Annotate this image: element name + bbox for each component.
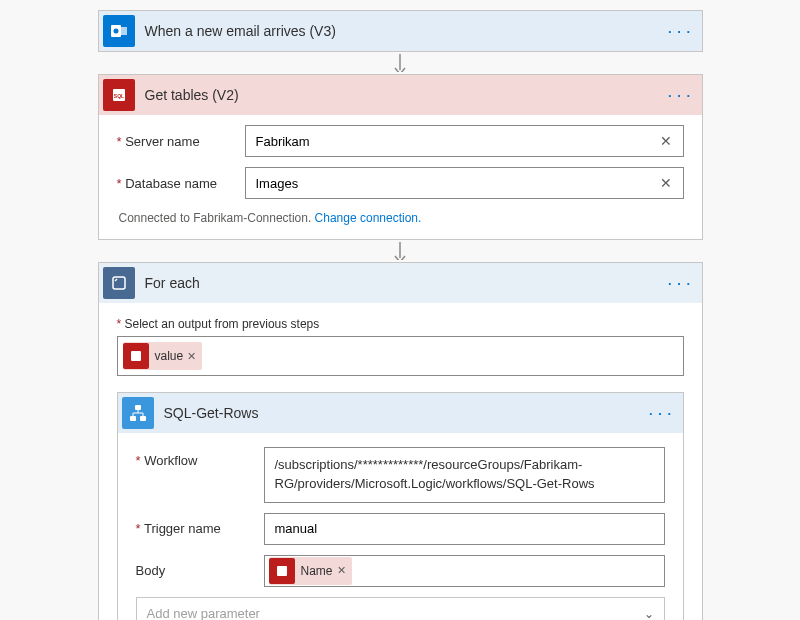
- change-connection-link[interactable]: Change connection.: [315, 211, 422, 225]
- svg-rect-10: [130, 416, 136, 421]
- clear-icon[interactable]: ✕: [655, 172, 677, 194]
- get-tables-title: Get tables (V2): [145, 87, 666, 103]
- get-tables-body: * Server name ✕ * Database name ✕ Connec…: [99, 115, 702, 239]
- body-label: Body: [136, 563, 264, 578]
- sql-get-rows-body: * Workflow /subscriptions/*************/…: [118, 433, 683, 620]
- trigger-name-label: * Trigger name: [136, 521, 264, 536]
- sql-icon: [123, 343, 149, 369]
- foreach-header[interactable]: For each · · ·: [99, 263, 702, 303]
- add-parameter-select[interactable]: Add new parameter ⌄: [136, 597, 665, 620]
- trigger-title: When a new email arrives (V3): [145, 23, 666, 39]
- body-field[interactable]: Name ✕: [264, 555, 665, 587]
- select-output-field[interactable]: value ✕: [117, 336, 684, 376]
- server-name-input[interactable]: [256, 134, 655, 149]
- more-button[interactable]: · · ·: [666, 81, 694, 109]
- outlook-icon: [103, 15, 135, 47]
- trigger-name-input[interactable]: [275, 521, 658, 536]
- get-tables-step: SQL Get tables (V2) · · · * Server name …: [98, 74, 703, 240]
- trigger-step: When a new email arrives (V3) · · ·: [98, 10, 703, 52]
- svg-text:SQL: SQL: [113, 93, 123, 99]
- loop-icon: [103, 267, 135, 299]
- database-name-input-wrap: ✕: [245, 167, 684, 199]
- connection-note: Connected to Fabrikam-Connection. Change…: [117, 209, 684, 227]
- svg-rect-9: [135, 405, 141, 410]
- chevron-down-icon: ⌄: [644, 607, 654, 620]
- server-name-label: * Server name: [117, 134, 245, 149]
- sql-icon: [269, 558, 295, 584]
- sql-icon: SQL: [103, 79, 135, 111]
- clear-icon[interactable]: ✕: [655, 130, 677, 152]
- database-name-label: * Database name: [117, 176, 245, 191]
- get-tables-header[interactable]: SQL Get tables (V2) · · ·: [99, 75, 702, 115]
- more-button[interactable]: · · ·: [647, 399, 675, 427]
- sql-get-rows-title: SQL-Get-Rows: [164, 405, 647, 421]
- connector-arrow: [400, 242, 401, 260]
- more-button[interactable]: · · ·: [666, 269, 694, 297]
- svg-rect-7: [113, 277, 125, 289]
- svg-point-2: [113, 29, 118, 34]
- remove-token-icon[interactable]: ✕: [337, 564, 346, 577]
- select-output-label: * Select an output from previous steps: [117, 317, 684, 331]
- remove-token-icon[interactable]: ✕: [187, 350, 196, 363]
- sql-get-rows-step: SQL-Get-Rows · · · * Workflow /subscript…: [117, 392, 684, 620]
- database-name-input[interactable]: [256, 176, 655, 191]
- svg-rect-8: [131, 351, 141, 361]
- foreach-title: For each: [145, 275, 666, 291]
- connector-arrow: [400, 54, 401, 72]
- value-token: value ✕: [123, 342, 203, 370]
- sql-get-rows-header[interactable]: SQL-Get-Rows · · ·: [118, 393, 683, 433]
- trigger-name-input-wrap: [264, 513, 665, 545]
- trigger-header[interactable]: When a new email arrives (V3) · · ·: [99, 11, 702, 51]
- workflow-icon: [122, 397, 154, 429]
- workflow-input[interactable]: /subscriptions/*************/resourceGro…: [264, 447, 665, 503]
- more-button[interactable]: · · ·: [666, 17, 694, 45]
- name-token: Name ✕: [269, 557, 352, 585]
- workflow-label: * Workflow: [136, 447, 264, 468]
- svg-rect-16: [277, 566, 287, 576]
- svg-rect-11: [140, 416, 146, 421]
- server-name-input-wrap: ✕: [245, 125, 684, 157]
- svg-rect-1: [121, 27, 127, 35]
- foreach-step: For each · · · * Select an output from p…: [98, 262, 703, 620]
- foreach-body: * Select an output from previous steps v…: [99, 303, 702, 620]
